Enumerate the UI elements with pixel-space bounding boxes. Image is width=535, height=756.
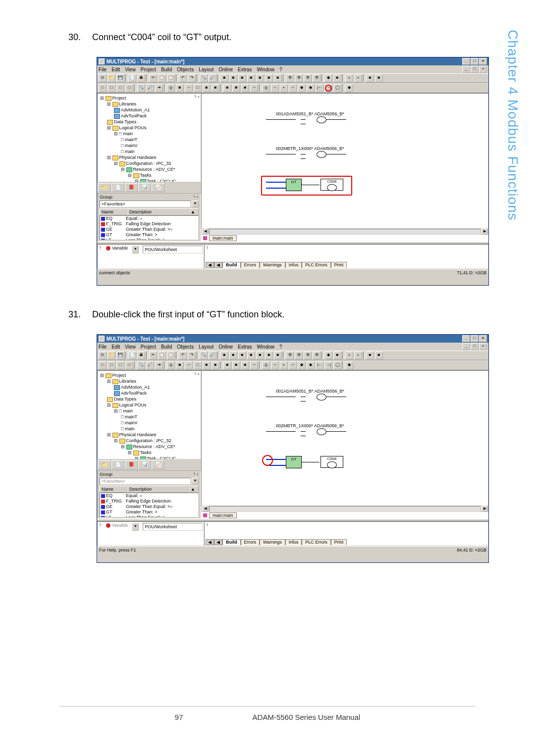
t22-con4-icon[interactable]: □ — [194, 361, 202, 369]
menu2-layout[interactable]: Layout — [199, 344, 214, 350]
doc-tab-main-2[interactable]: main:main — [209, 512, 237, 518]
t22-con5-icon[interactable]: ■ — [203, 361, 211, 369]
t2-c4-icon[interactable]: ⚙ — [313, 352, 321, 359]
tool2-g4-icon[interactable]: ↔ — [250, 84, 258, 92]
t22-b-icon[interactable]: □ — [107, 361, 115, 369]
coilb-2[interactable] — [317, 428, 326, 435]
t22-h1-icon[interactable]: -||- — [262, 361, 270, 369]
fb-list-2[interactable]: EQEqual: = F_TRIGFalling Edge Detection … — [100, 493, 199, 517]
tool2-h5-icon[interactable]: ◆ — [298, 84, 306, 92]
tool2-zoom1-icon[interactable]: 🔍 — [137, 84, 145, 92]
tool2-i-icon[interactable]: ◆ — [345, 84, 353, 92]
output-tab-infos[interactable]: Infos — [285, 262, 302, 268]
t2-save-icon[interactable]: 💾 — [116, 352, 124, 359]
pou2-worksheet-field[interactable]: POU/Worksheet — [143, 523, 203, 531]
t22-g3-icon[interactable]: ■ — [241, 361, 249, 369]
t2-b7-icon[interactable]: ■ — [274, 352, 282, 359]
menu2-objects[interactable]: Objects — [177, 344, 194, 350]
t22-g2-icon[interactable]: ■ — [232, 361, 240, 369]
t22-g1-icon[interactable]: ■ — [223, 361, 231, 369]
fb-list[interactable]: EQEqual: = F_TRIGFalling Edge Detection … — [100, 215, 199, 240]
child-max-button[interactable]: □ — [471, 66, 479, 73]
t2-b6-icon[interactable]: ■ — [265, 352, 273, 359]
canvas-hscroll[interactable]: ◀ ▶ — [201, 229, 488, 235]
minimize-button-2[interactable]: _ — [462, 335, 470, 342]
tool2-b-icon[interactable]: □ — [107, 84, 115, 92]
child2-close-button[interactable]: × — [479, 343, 487, 350]
t2-e2-icon[interactable]: • — [354, 352, 362, 359]
output2-tab-print[interactable]: Print — [331, 539, 347, 545]
tool2-con2-icon[interactable]: ■ — [176, 84, 184, 92]
menu2-window[interactable]: Window — [257, 344, 274, 350]
t22-i-icon[interactable]: ◆ — [345, 361, 353, 369]
tool2-d-icon[interactable]: □ — [125, 84, 133, 92]
t22-h9-icon[interactable]: ◯ — [333, 361, 341, 369]
output-tab-print[interactable]: Print — [331, 262, 347, 268]
tree-tab-1[interactable]: 📁 — [98, 183, 111, 192]
fb2-col-desc[interactable]: Description — [127, 486, 189, 493]
tool-e1-icon[interactable]: • — [345, 74, 353, 82]
tool-b5-icon[interactable]: ■ — [256, 74, 264, 82]
menu-layout[interactable]: Layout — [199, 67, 214, 72]
t22-c-icon[interactable]: □ — [116, 361, 124, 369]
t2-f2-icon[interactable]: ■ — [375, 352, 383, 359]
output-tab-build[interactable]: Build — [222, 262, 241, 268]
output-nav-prev-icon[interactable]: ◀ — [214, 262, 222, 268]
scroll2-left-icon[interactable]: ◀ — [202, 506, 208, 512]
tree-tab-3[interactable]: 📕 — [125, 183, 138, 192]
t2-b3-icon[interactable]: ■ — [238, 352, 246, 359]
tool2-h1-icon[interactable]: -||- — [262, 84, 270, 92]
output2-tab-build[interactable]: Build — [222, 539, 241, 545]
menu-edit[interactable]: Edit — [111, 67, 120, 72]
group2-select[interactable]: <Favorites> — [100, 478, 191, 485]
child2-min-button[interactable]: _ — [462, 343, 470, 350]
tool-zoomout-icon[interactable]: 🔎 — [209, 74, 216, 82]
t2-c3-icon[interactable]: ⚙ — [304, 352, 312, 359]
coil-2[interactable] — [317, 151, 326, 158]
tool2-g1-icon[interactable]: ■ — [223, 84, 231, 92]
tool2-h7-icon[interactable]: |← — [316, 84, 323, 92]
tool-d1-icon[interactable]: ◆ — [324, 74, 332, 82]
fb2-scroll-up-icon[interactable]: ▲ — [189, 486, 199, 493]
t22-d-icon[interactable]: □ — [125, 361, 133, 369]
tool-e2-icon[interactable]: • — [354, 74, 362, 82]
t22-h2-icon[interactable]: ↔ — [271, 361, 279, 369]
project-tree[interactable]: ↿× ⊟ Project ⊟ Libraries AdvMotion_A1 Ad… — [97, 93, 201, 182]
editor-canvas-2[interactable]: 001ADAM5051_B* ADAM5056_B* 002MBTR_1X000… — [201, 370, 488, 506]
coilb-1[interactable] — [317, 394, 326, 401]
child-close-button[interactable]: × — [479, 66, 487, 73]
scroll2-right-icon[interactable]: ▶ — [482, 506, 487, 512]
menu2-help[interactable]: ? — [279, 344, 282, 350]
tool2-connect-icon[interactable]: →| — [324, 84, 332, 92]
c004-block[interactable]: C004 — [321, 179, 343, 191]
group-dropdown-icon[interactable]: ▼ — [192, 201, 199, 207]
menu2-edit[interactable]: Edit — [111, 344, 120, 350]
maximize-button[interactable]: □ — [471, 58, 479, 65]
menu-online[interactable]: Online — [218, 67, 233, 72]
tree-tab-5[interactable]: 📈 — [152, 183, 164, 192]
t2-b5-icon[interactable]: ■ — [256, 352, 264, 359]
t2-print-icon[interactable]: 🖶 — [137, 352, 145, 359]
tree2-tab-4[interactable]: 📊 — [138, 460, 151, 469]
t22-arrow-icon[interactable]: ➔ — [155, 361, 163, 369]
t22-h5-icon[interactable]: ◆ — [298, 361, 306, 369]
scroll-left-icon[interactable]: ◀ — [202, 229, 208, 235]
project-tree-2[interactable]: ↿× ⊟ Project ⊟ Libraries AdvMotion_A1 Ad… — [97, 370, 201, 459]
t2-copy-icon[interactable]: 📋 — [158, 352, 166, 359]
t2-zoomin-icon[interactable]: 🔍 — [200, 352, 208, 359]
close-button-2[interactable]: × — [479, 335, 487, 342]
editor-canvas[interactable]: 001ADAM5051_B* ADAM5056_B* 002MBTR_1X000… — [201, 93, 488, 229]
close-button[interactable]: × — [479, 58, 487, 65]
fb2-col-name[interactable]: Name — [100, 486, 127, 493]
tool-preview-icon[interactable]: 📄 — [128, 74, 136, 82]
t22-zoom2-icon[interactable]: 🔎 — [146, 361, 154, 369]
tool2-h4-icon[interactable]: ↔ — [289, 84, 297, 92]
tool2-h9-icon[interactable]: ◯ — [333, 84, 341, 92]
tool-new-icon[interactable]: D — [99, 74, 107, 82]
menu-window[interactable]: Window — [257, 67, 274, 72]
output2-nav-first-icon[interactable]: ◀ — [206, 539, 214, 545]
t22-h3-icon[interactable]: • — [280, 361, 288, 369]
t2-d2-icon[interactable]: ■ — [333, 352, 341, 359]
tool-c4-icon[interactable]: ⚙ — [313, 74, 321, 82]
menu2-project[interactable]: Project — [141, 344, 156, 350]
